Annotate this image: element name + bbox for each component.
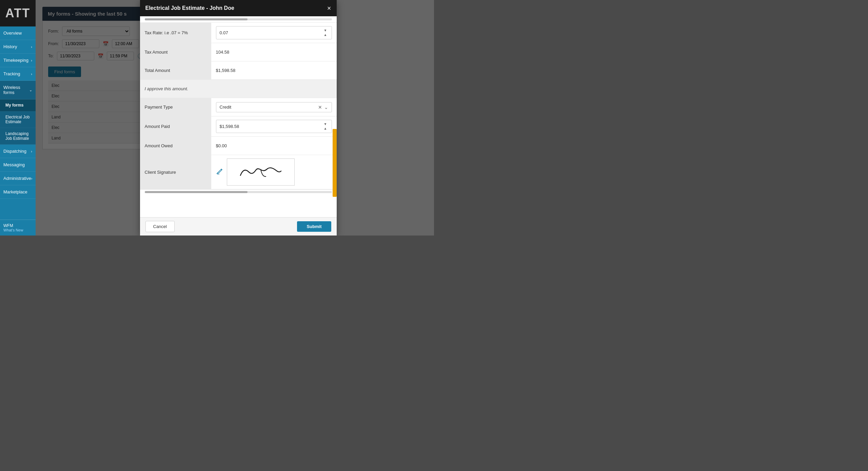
sidebar-item-label: Overview <box>3 31 22 36</box>
amount-paid-value: $1,598.58 ▼ ▲ <box>211 116 337 136</box>
progress-bar-container <box>140 16 337 23</box>
sidebar-item-label: Marketplace <box>3 189 27 194</box>
sidebar-item-label: Timekeeping <box>3 58 28 63</box>
payment-type-label: Payment Type <box>140 98 211 116</box>
signature-box[interactable] <box>227 158 295 186</box>
chevron-right-icon: › <box>31 45 32 49</box>
bottom-scroll-container <box>140 189 337 194</box>
modal: Electrical Job Estimate - John Doe × Tax… <box>140 0 337 236</box>
approve-row: I approve this amount. <box>140 80 337 98</box>
scrollbar-highlight <box>333 129 337 197</box>
sidebar-submenu-wireless-forms: My forms Electrical Job Estimate Landsca… <box>0 99 36 145</box>
spin-down-button[interactable]: ▼ <box>323 29 328 33</box>
client-signature-value <box>211 155 337 189</box>
client-signature-row: Client Signature <box>140 155 337 189</box>
sidebar-subitem-my-forms[interactable]: My forms <box>0 99 36 111</box>
sidebar-item-administrative[interactable]: Administrative › <box>0 172 36 185</box>
signature-area <box>216 158 295 186</box>
spin-up-button[interactable]: ▲ <box>323 127 328 131</box>
tax-amount-value: 104.58 <box>211 43 337 61</box>
payment-type-row: Payment Type Credit ✕ ⌄ <box>140 98 337 116</box>
clear-icon[interactable]: ✕ <box>318 105 322 110</box>
sidebar-whats-new-label[interactable]: What's New <box>3 228 32 232</box>
chevron-right-icon: › <box>31 176 33 181</box>
modal-overlay: Electrical Job Estimate - John Doe × Tax… <box>36 0 434 236</box>
total-amount-row: Total Amount $1,598.58 <box>140 61 337 80</box>
approve-text: I approve this amount. <box>140 80 337 98</box>
tax-rate-spinners: ▼ ▲ <box>323 29 328 37</box>
amount-owed-value: $0.00 <box>211 137 337 155</box>
submit-button[interactable]: Submit <box>297 221 331 232</box>
modal-close-button[interactable]: × <box>327 5 331 12</box>
tax-rate-value: 0.07 ▼ ▲ <box>211 23 337 43</box>
bottom-scroll-fill <box>145 191 248 193</box>
sidebar: ATT Overview History › Timekeeping › Tra… <box>0 0 36 236</box>
amount-paid-spinners: ▼ ▲ <box>323 122 328 131</box>
spin-down-button[interactable]: ▼ <box>323 122 328 126</box>
sidebar-item-history[interactable]: History › <box>0 40 36 54</box>
sidebar-item-messaging[interactable]: Messaging <box>0 158 36 172</box>
amount-paid-input[interactable]: $1,598.58 ▼ ▲ <box>216 120 332 133</box>
sidebar-item-label: Dispatching <box>3 149 26 154</box>
sidebar-item-label: Wireless forms <box>3 85 29 95</box>
sidebar-subitem-electrical-job[interactable]: Electrical Job Estimate <box>0 111 36 128</box>
sidebar-item-label: Administrative <box>3 176 31 181</box>
progress-bar-fill <box>145 18 248 20</box>
amount-paid-label: Amount Paid <box>140 116 211 136</box>
sidebar-item-tracking[interactable]: Tracking › <box>0 67 36 81</box>
chevron-down-icon: ⌄ <box>29 88 32 92</box>
tax-rate-input[interactable]: 0.07 ▼ ▲ <box>216 26 332 39</box>
tax-amount-label: Tax Amount <box>140 43 211 61</box>
payment-type-select[interactable]: Credit ✕ ⌄ <box>216 102 332 112</box>
sidebar-item-label: History <box>3 44 17 49</box>
chevron-right-icon: › <box>31 72 32 76</box>
app-logo: ATT <box>0 0 36 26</box>
signature-edit-icon[interactable] <box>216 168 223 177</box>
client-signature-label: Client Signature <box>140 155 211 189</box>
amount-owed-label: Amount Owed <box>140 137 211 155</box>
modal-footer: Cancel Submit <box>140 217 337 236</box>
modal-header: Electrical Job Estimate - John Doe × <box>140 0 337 16</box>
amount-paid-row: Amount Paid $1,598.58 ▼ ▲ <box>140 116 337 137</box>
total-amount-label: Total Amount <box>140 61 211 79</box>
chevron-right-icon: › <box>31 149 32 153</box>
modal-title: Electrical Job Estimate - John Doe <box>145 5 234 11</box>
chevron-right-icon: › <box>31 58 32 62</box>
payment-type-value: Credit ✕ ⌄ <box>211 98 337 116</box>
spin-up-button[interactable]: ▲ <box>323 33 328 37</box>
total-amount-value: $1,598.58 <box>211 61 337 79</box>
sidebar-item-wireless-forms[interactable]: Wireless forms ⌄ <box>0 81 36 99</box>
tax-amount-row: Tax Amount 104.58 <box>140 43 337 61</box>
select-actions: ✕ ⌄ <box>318 105 328 110</box>
cancel-button[interactable]: Cancel <box>145 221 175 232</box>
tax-rate-row: Tax Rate: i.e .07 = 7% 0.07 ▼ ▲ <box>140 23 337 43</box>
main-area: My forms - Showing the last 50 s Form: A… <box>36 0 434 236</box>
sidebar-item-marketplace[interactable]: Marketplace <box>0 185 36 199</box>
sidebar-wfm-label: WFM <box>3 223 32 228</box>
sidebar-item-timekeeping[interactable]: Timekeeping › <box>0 54 36 67</box>
sidebar-item-label: Messaging <box>3 162 25 167</box>
sidebar-item-dispatching[interactable]: Dispatching › <box>0 145 36 158</box>
bottom-scroll-track <box>145 191 332 193</box>
tax-rate-label: Tax Rate: i.e .07 = 7% <box>140 23 211 43</box>
chevron-down-icon[interactable]: ⌄ <box>324 105 328 110</box>
sidebar-item-label: Tracking <box>3 71 20 76</box>
sidebar-item-overview[interactable]: Overview <box>0 26 36 40</box>
amount-owed-row: Amount Owed $0.00 <box>140 137 337 155</box>
progress-bar-track <box>145 18 332 20</box>
sidebar-subitem-landscaping-job[interactable]: Landscaping Job Estimate <box>0 128 36 145</box>
modal-body[interactable]: Tax Rate: i.e .07 = 7% 0.07 ▼ ▲ <box>140 16 337 217</box>
sidebar-bottom: WFM What's New <box>0 220 36 236</box>
